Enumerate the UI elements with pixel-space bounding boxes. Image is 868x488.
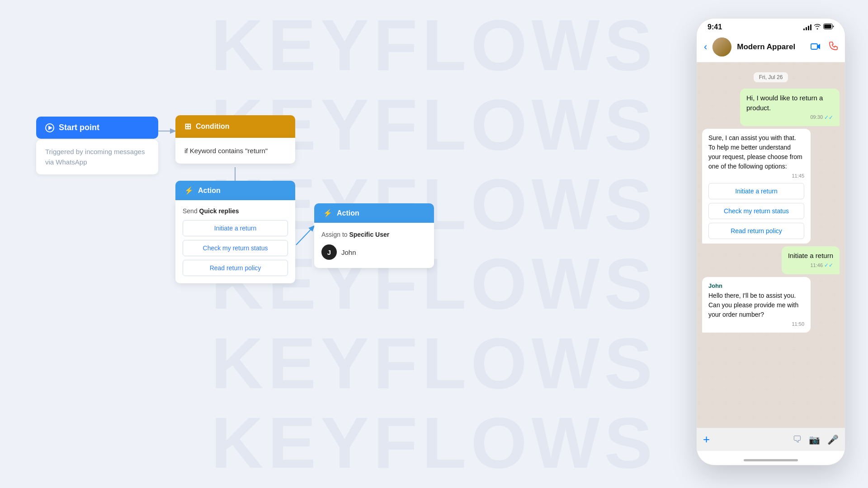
back-button[interactable]: ‹	[704, 41, 707, 53]
status-bar: 9:41	[697, 19, 845, 34]
action-main-icon: ⚡	[184, 186, 193, 195]
message-received-1: Sure, I can assist you with that. To hel…	[702, 129, 840, 244]
action-assign-body: Assign to Specific User J John	[314, 223, 434, 268]
received-meta-1: 11:45	[708, 172, 804, 180]
action-assign-node: ⚡ Action Assign to Specific User J John	[314, 203, 434, 268]
start-node: Start point Triggered by incoming messag…	[36, 117, 158, 174]
date-divider: Fri, Jul 26	[702, 72, 840, 82]
received-time-1: 11:45	[792, 172, 804, 180]
quick-reply-btn-3[interactable]: Read return policy	[183, 260, 288, 276]
user-avatar: J	[321, 244, 337, 260]
message-sent-1: Hi, I would like to return a product. 09…	[702, 89, 840, 126]
message-sent-2: Initiate a return 11:46 ✓✓	[702, 246, 840, 274]
flow-canvas: Start point Triggered by incoming messag…	[0, 0, 461, 488]
action-send-text: Send Quick replies	[183, 207, 288, 215]
sent-text-1: Hi, I would like to return a product.	[746, 93, 833, 113]
sent-time-2: 11:46	[810, 262, 823, 269]
status-time: 9:41	[708, 23, 722, 31]
play-icon	[45, 123, 54, 132]
action-main-node: ⚡ Action Send Quick replies Initiate a r…	[175, 181, 295, 283]
sent-meta-2: 11:46 ✓✓	[788, 262, 833, 269]
phone-frame: 9:41	[696, 18, 845, 465]
wifi-icon	[814, 24, 821, 31]
message-received-john: John Hello there, I'll be to assist you.…	[702, 277, 840, 333]
start-node-header: Start point	[36, 117, 158, 139]
action-main-body: Send Quick replies Initiate a return Che…	[175, 200, 295, 283]
received-text-john: Hello there, I'll be to assist you. Can …	[708, 291, 804, 319]
signal-bars-icon	[803, 24, 811, 30]
sent-bubble-2: Initiate a return 11:46 ✓✓	[782, 246, 840, 274]
chat-input-icons: 🗨 📷 🎤	[793, 434, 839, 445]
status-icons	[803, 23, 834, 31]
action-assign-title: Action	[337, 209, 359, 217]
chat-plus-icon[interactable]: +	[703, 432, 710, 446]
microphone-icon[interactable]: 🎤	[827, 434, 839, 445]
send-type: Quick replies	[199, 207, 239, 215]
received-time-john: 11:50	[792, 320, 804, 328]
action-main-title: Action	[198, 187, 221, 195]
start-node-title: Start point	[59, 123, 99, 132]
date-chip: Fri, Jul 26	[754, 72, 788, 82]
action-assign-header: ⚡ Action	[314, 203, 434, 223]
quick-reply-btn-2[interactable]: Check my return status	[183, 240, 288, 256]
sent-check-2: ✓✓	[824, 262, 833, 269]
sent-bubble-1: Hi, I would like to return a product. 09…	[740, 89, 840, 126]
sent-time-1: 09:30	[810, 114, 823, 121]
received-meta-john: 11:50	[708, 320, 804, 328]
svg-rect-6	[811, 44, 817, 49]
chat-messages[interactable]: Fri, Jul 26 Hi, I would like to return a…	[697, 62, 845, 427]
user-initial: J	[327, 249, 331, 256]
user-name: John	[341, 249, 356, 256]
video-call-icon[interactable]	[811, 42, 821, 52]
condition-icon: ⊞	[184, 122, 191, 131]
condition-node: ⊞ Condition if Keyword contains "return"	[175, 115, 295, 164]
start-node-body: Triggered by incoming messages via Whats…	[36, 140, 158, 174]
battery-icon	[823, 23, 834, 31]
assign-user: J John	[321, 244, 427, 260]
svg-rect-5	[824, 24, 831, 28]
header-icons	[811, 42, 838, 53]
assign-label: Assign to	[321, 231, 348, 238]
contact-name: Modern Apparel	[737, 42, 805, 52]
condition-node-title: Condition	[196, 122, 230, 131]
condition-node-header: ⊞ Condition	[175, 115, 295, 138]
start-node-description: Triggered by incoming messages via Whats…	[45, 148, 145, 166]
sticker-icon[interactable]: 🗨	[793, 434, 802, 445]
assign-type: Specific User	[349, 231, 389, 238]
received-bubble-john: John Hello there, I'll be to assist you.…	[702, 277, 811, 333]
camera-icon[interactable]: 📷	[809, 434, 820, 445]
chat-btn-read-policy[interactable]: Read return policy	[708, 223, 804, 239]
sender-name-john: John	[708, 282, 804, 291]
home-indicator	[744, 459, 798, 461]
received-text-1: Sure, I can assist you with that. To hel…	[708, 133, 804, 171]
action-assign-icon: ⚡	[323, 209, 332, 217]
received-bubble-1: Sure, I can assist you with that. To hel…	[702, 129, 811, 244]
action-main-header: ⚡ Action	[175, 181, 295, 200]
assign-text: Assign to Specific User	[321, 231, 427, 238]
svg-line-3	[296, 226, 314, 245]
phone-mockup: 9:41	[696, 18, 845, 465]
chat-btn-check-status[interactable]: Check my return status	[708, 203, 804, 219]
condition-node-body: if Keyword contains "return"	[175, 138, 295, 164]
phone-call-icon[interactable]	[829, 42, 838, 53]
contact-avatar	[712, 38, 731, 56]
condition-rule: if Keyword contains "return"	[184, 147, 286, 155]
chat-input-bar: + 🗨 📷 🎤	[697, 427, 845, 451]
sent-meta-1: 09:30 ✓✓	[746, 114, 833, 122]
sent-text-2: Initiate a return	[788, 251, 833, 261]
chat-btn-initiate[interactable]: Initiate a return	[708, 183, 804, 199]
sent-check-1: ✓✓	[824, 114, 833, 122]
quick-reply-btn-1[interactable]: Initiate a return	[183, 220, 288, 236]
send-label: Send	[183, 207, 198, 215]
chat-header: ‹ Modern Apparel	[697, 34, 845, 62]
